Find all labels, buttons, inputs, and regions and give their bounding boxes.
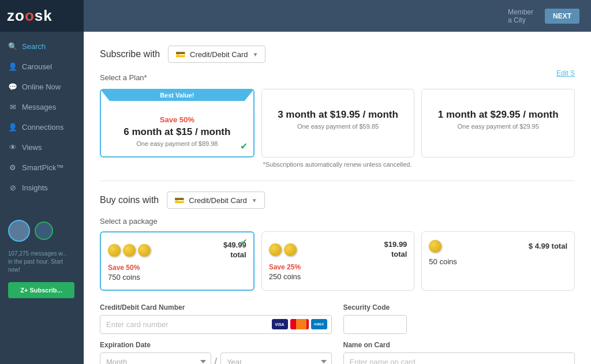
package-card-750[interactable]: $49.99total Save 50% 750 coins ✔ (100, 231, 255, 291)
month-select[interactable]: Month 01020304 05060708 09101112 (100, 352, 211, 364)
expiry-label: Expiration Date (100, 341, 332, 349)
search-icon: 🔍 (8, 42, 17, 51)
plan-price: 6 month at $15 / month (109, 126, 245, 138)
coins-payment-method-dropdown[interactable]: 💳 Credit/Debit Card ▼ (167, 192, 264, 209)
carousel-icon: 👤 (8, 62, 17, 71)
online-icon: 💬 (8, 82, 17, 91)
year-select[interactable]: Year 2024202520262027 202820292030 (220, 352, 332, 364)
package-save: Save 50% (108, 264, 140, 272)
sidebar-item-online-now[interactable]: 💬 Online Now (0, 77, 84, 97)
edit-link[interactable]: Edit S (556, 69, 575, 77)
plans-grid: Best Value! Save 50% 6 month at $15 / mo… (100, 89, 575, 157)
plan-card-1month[interactable]: 1 month at $29.95 / month One easy payme… (421, 89, 575, 157)
divider (100, 181, 575, 181)
messages-icon: ✉ (8, 103, 17, 111)
package-coins-label: 50 coins (429, 257, 457, 266)
coin-icon (429, 240, 442, 253)
packages-grid: $49.99total Save 50% 750 coins ✔ $19.99t… (100, 231, 575, 291)
package-coins-row: $ 4.99 total (429, 240, 567, 253)
card-number-wrapper: VISA AMEX (100, 315, 332, 334)
sidebar-item-search[interactable]: 🔍 Search (0, 36, 84, 57)
coins-group (429, 240, 443, 253)
name-group: Name on Card (343, 341, 575, 364)
subscribe-header: Subscribe with 💳 Credit/Debit Card ▼ (100, 46, 575, 63)
plan-price: 1 month at $29.95 / month (430, 109, 566, 121)
card-icon-coins: 💳 (174, 196, 184, 205)
plan-subtext: One easy payment of $59.85 (270, 123, 406, 130)
logo: zoosk (7, 7, 53, 25)
package-check-icon: ✔ (241, 237, 248, 246)
coins-group (108, 244, 152, 257)
views-icon: 👁 (8, 143, 17, 152)
coin-icon (123, 244, 136, 257)
modal: Edit S Subscribe with 💳 Credit/Debit Car… (84, 32, 591, 364)
sidebar-item-smartpick[interactable]: ⚙ SmartPick™ (0, 157, 84, 178)
plan-card-3month[interactable]: 3 month at $19.95 / month One easy payme… (261, 89, 415, 157)
name-input[interactable] (343, 352, 575, 364)
package-card-250[interactable]: $19.99total Save 25% 250 coins (261, 231, 415, 291)
form-group-right: Security Code Name on Card (343, 303, 575, 364)
expiry-group: Expiration Date Month 01020304 05060708 … (100, 341, 332, 364)
package-save: Save 25% (269, 263, 301, 271)
package-coins-row: $19.99total (269, 240, 407, 260)
sidebar-nav: 🔍 Search 👤 Carousel 💬 Online Now ✉ Messa… (0, 32, 84, 202)
coin-icon (108, 244, 121, 257)
subscribe-label: Subscribe with (100, 49, 160, 59)
plan-check-icon: ✔ (240, 141, 248, 152)
buy-coins-header: Buy coins with 💳 Credit/Debit Card ▼ (100, 192, 575, 209)
security-code-label: Security Code (343, 303, 575, 312)
plan-price: 3 month at $19.95 / month (270, 109, 406, 121)
plan-section-title: Select a Plan* (100, 73, 575, 82)
sidebar-item-messages[interactable]: ✉ Messages (0, 97, 84, 117)
plan-card-6month[interactable]: Best Value! Save 50% 6 month at $15 / mo… (100, 89, 255, 157)
member-text: Member a City (508, 8, 533, 24)
coin-icon (284, 243, 297, 256)
name-label: Name on Card (343, 341, 575, 349)
avatar (8, 220, 30, 242)
package-total: $19.99total (384, 240, 407, 260)
plan-subtext: One easy payment of $89.98 (109, 140, 245, 147)
coins-group (269, 243, 298, 256)
coin-icon (269, 243, 282, 256)
renew-notice: *Subscriptions automatically renew unles… (100, 161, 575, 168)
amex-logo: AMEX (311, 319, 327, 329)
card-number-label: Credit/Debit Card Number (100, 303, 332, 312)
expiry-separator: / (215, 357, 217, 364)
plan-subtext: One easy payment of $29.95 (430, 123, 566, 130)
sidebar-item-insights[interactable]: ⊘ Insights (0, 178, 84, 198)
sidebar-item-views[interactable]: 👁 Views (0, 137, 84, 157)
sidebar-item-carousel[interactable]: 👤 Carousel (0, 57, 84, 77)
package-total: $ 4.99 total (529, 242, 567, 252)
card-form: Credit/Debit Card Number VISA AMEX Expir… (100, 303, 575, 364)
chevron-down-icon: ▼ (252, 51, 258, 58)
main-content: Member a City NEXT Edit S Subscribe with… (84, 0, 591, 364)
logo-area: zoosk (0, 0, 84, 32)
package-card-50[interactable]: $ 4.99 total 50 coins (421, 231, 575, 291)
card-logos: VISA AMEX (272, 319, 327, 329)
top-bar: Member a City NEXT (84, 0, 591, 32)
next-button[interactable]: NEXT (545, 9, 579, 24)
avatar-secondary (35, 222, 53, 240)
user-avatars (0, 214, 84, 247)
insights-icon: ⊘ (8, 183, 17, 192)
expiry-row: Month 01020304 05060708 09101112 / Year … (100, 352, 332, 364)
connections-icon: 👤 (8, 123, 17, 132)
mastercard-logo (290, 319, 309, 329)
form-group-left: Credit/Debit Card Number VISA AMEX Expir… (100, 303, 332, 364)
payment-method-dropdown[interactable]: 💳 Credit/Debit Card ▼ (168, 46, 265, 63)
visa-logo: VISA (272, 319, 288, 329)
chevron-down-icon-coins: ▼ (252, 197, 257, 204)
subscriber-notice: 107,275 messages w...in the past hour. S… (0, 247, 84, 276)
plan-save: Save 50% (109, 115, 245, 124)
package-coins-label: 750 coins (108, 273, 140, 282)
package-section-title: Select a package (100, 217, 575, 226)
subscribe-button[interactable]: Z+ Subscrib... (8, 282, 74, 298)
smartpick-icon: ⚙ (8, 163, 17, 172)
best-value-banner: Best Value! (100, 89, 254, 101)
sidebar-item-connections[interactable]: 👤 Connections (0, 117, 84, 137)
coin-icon (138, 244, 151, 257)
security-code-input[interactable] (343, 315, 407, 334)
card-icon: 💳 (175, 50, 185, 59)
buy-coins-label: Buy coins with (100, 195, 159, 205)
edit-link-area: Edit S (556, 67, 575, 78)
